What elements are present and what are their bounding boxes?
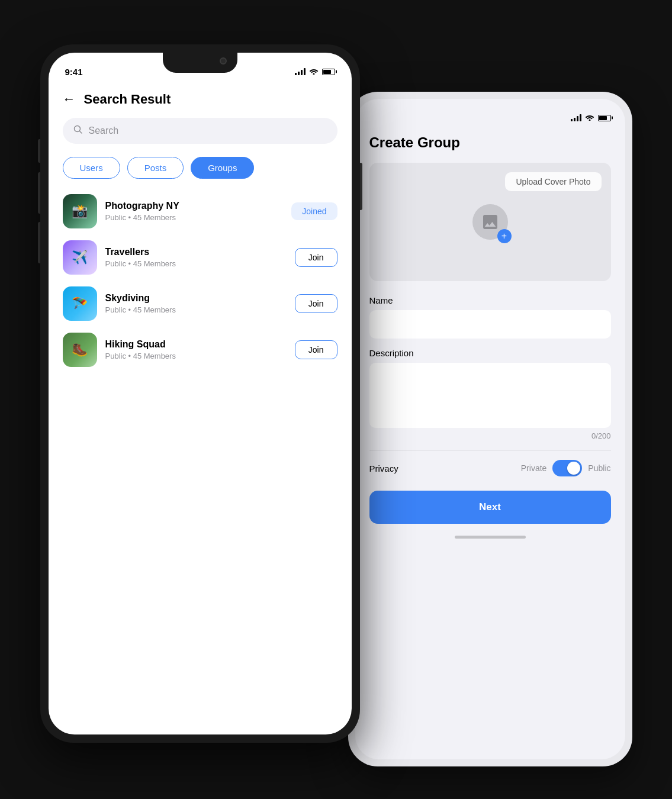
- notch: [163, 53, 237, 73]
- name-label: Name: [369, 295, 611, 305]
- upload-cover-photo-button[interactable]: Upload Cover Photo: [505, 172, 601, 191]
- wifi-icon2: [585, 112, 594, 123]
- status-time: 9:41: [65, 67, 83, 77]
- privacy-public-label: Public: [588, 463, 610, 473]
- group-list: Photography NY Public • 45 Members Joine…: [63, 194, 337, 367]
- tab-users[interactable]: Users: [63, 157, 120, 179]
- image-icon: [481, 212, 500, 231]
- next-button[interactable]: Next: [369, 491, 611, 524]
- group-item-hiking: Hiking Squad Public • 45 Members Join: [63, 333, 337, 367]
- phone2-create-group: Create Group Upload Cover Photo +: [348, 92, 632, 766]
- description-label: Description: [369, 348, 611, 358]
- group-item-skydiving: Skydiving Public • 45 Members Join: [63, 286, 337, 321]
- privacy-label: Privacy: [369, 463, 398, 473]
- group-avatar-travellers: [63, 240, 97, 275]
- group-info-hiking: Hiking Squad Public • 45 Members: [105, 339, 287, 360]
- screen2-content: Create Group Upload Cover Photo +: [355, 128, 625, 539]
- tab-posts[interactable]: Posts: [127, 157, 184, 179]
- name-input[interactable]: [369, 310, 611, 339]
- signal-icon: [295, 68, 306, 75]
- side-button-vol-down: [38, 222, 40, 263]
- privacy-toggle[interactable]: [552, 460, 582, 476]
- status-icons: [295, 67, 335, 76]
- side-button-silent: [38, 139, 40, 163]
- group-name-photography: Photography NY: [105, 201, 284, 211]
- toggle-knob: [567, 462, 580, 475]
- side-button-power: [360, 163, 362, 210]
- divider: [369, 450, 611, 450]
- group-avatar-photography: [63, 194, 97, 228]
- signal-icon2: [571, 114, 581, 121]
- group-name-travellers: Travellers: [105, 247, 287, 257]
- search-placeholder: Search: [89, 125, 119, 136]
- group-meta-skydiving: Public • 45 Members: [105, 305, 287, 314]
- phone1-search-result: 9:41: [40, 44, 360, 743]
- char-count: 0/200: [369, 431, 611, 440]
- battery-icon: [322, 69, 335, 75]
- phone1-screen: 9:41: [49, 53, 352, 734]
- photo-placeholder: +: [472, 204, 508, 240]
- group-meta-photography: Public • 45 Members: [105, 213, 284, 222]
- front-camera: [220, 57, 227, 65]
- group-meta-travellers: Public • 45 Members: [105, 259, 287, 268]
- group-meta-hiking: Public • 45 Members: [105, 352, 287, 360]
- add-icon[interactable]: +: [497, 229, 512, 243]
- join-button-travellers[interactable]: Join: [295, 248, 337, 267]
- group-name-hiking: Hiking Squad: [105, 339, 287, 350]
- search-result-header: ← Search Result: [63, 82, 337, 118]
- tab-groups[interactable]: Groups: [191, 157, 254, 179]
- filter-tabs: Users Posts Groups: [63, 157, 337, 179]
- create-group-title: Create Group: [369, 134, 460, 150]
- joined-button-photography[interactable]: Joined: [291, 202, 337, 220]
- screen1-content: ← Search Result Search Users: [49, 82, 352, 367]
- privacy-row: Privacy Private Public: [369, 460, 611, 476]
- photo-icon-circle: +: [472, 204, 508, 240]
- privacy-toggle-group: Private Public: [521, 460, 611, 476]
- scene: 9:41: [40, 21, 632, 778]
- privacy-private-label: Private: [521, 463, 547, 473]
- group-avatar-skydiving: [63, 286, 97, 321]
- group-name-skydiving: Skydiving: [105, 293, 287, 304]
- battery-icon2: [598, 115, 611, 121]
- status-bar2: [355, 99, 625, 128]
- group-item-travellers: Travellers Public • 45 Members Join: [63, 240, 337, 275]
- description-input[interactable]: [369, 363, 611, 428]
- page-title: Search Result: [84, 92, 171, 107]
- join-button-skydiving[interactable]: Join: [295, 294, 337, 313]
- phone2-screen: Create Group Upload Cover Photo +: [355, 99, 625, 759]
- group-info-travellers: Travellers Public • 45 Members: [105, 247, 287, 268]
- group-avatar-hiking: [63, 333, 97, 367]
- wifi-icon: [309, 67, 319, 76]
- group-info-photography: Photography NY Public • 45 Members: [105, 201, 284, 222]
- back-button[interactable]: ←: [63, 92, 76, 107]
- home-indicator: [455, 536, 526, 539]
- create-group-header: Create Group: [369, 128, 611, 163]
- group-item-photography: Photography NY Public • 45 Members Joine…: [63, 194, 337, 228]
- cover-photo-area[interactable]: Upload Cover Photo +: [369, 163, 611, 281]
- search-bar[interactable]: Search: [63, 118, 337, 144]
- search-icon: [73, 125, 83, 137]
- join-button-hiking[interactable]: Join: [295, 340, 337, 359]
- group-info-skydiving: Skydiving Public • 45 Members: [105, 293, 287, 314]
- side-button-vol-up: [38, 172, 40, 214]
